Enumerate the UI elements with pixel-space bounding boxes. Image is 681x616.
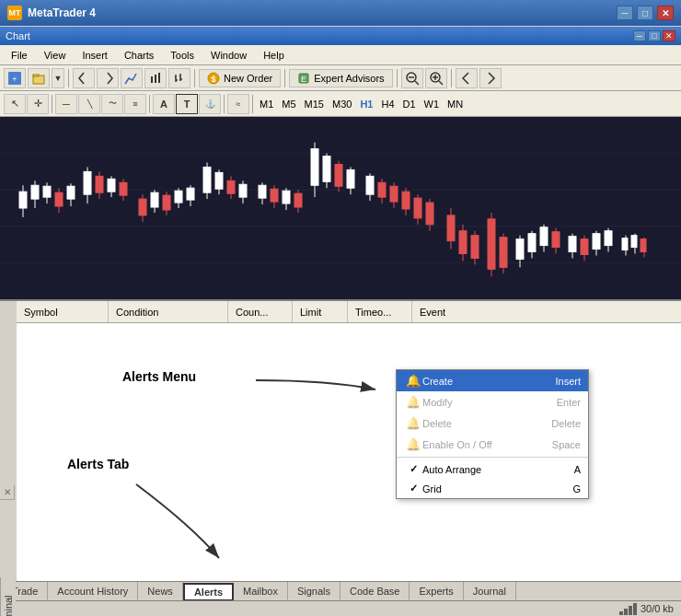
bar-1 <box>619 611 623 615</box>
tab-mailbox[interactable]: Mailbox <box>234 582 288 600</box>
close-button[interactable]: ✕ <box>657 6 674 20</box>
svg-rect-41 <box>96 176 103 192</box>
alerts-tab-label: Alerts Tab <box>67 457 129 471</box>
svg-rect-89 <box>414 198 421 218</box>
context-menu-auto-arrange[interactable]: ✓ Auto Arrange A <box>397 459 588 479</box>
menu-view[interactable]: View <box>37 48 74 63</box>
toolbar-back[interactable] <box>73 68 95 88</box>
timeframe-m5[interactable]: M5 <box>278 99 299 110</box>
toolbar-scroll-right[interactable] <box>479 68 502 88</box>
inner-maximize[interactable]: □ <box>648 30 661 41</box>
toolbar-chart-type[interactable] <box>144 68 167 88</box>
col-count: Coun... <box>228 301 293 322</box>
auto-arrange-shortcut: A <box>574 464 581 475</box>
toolbar-new-chart[interactable]: + <box>4 68 26 88</box>
context-menu-modify: 🔔 Modify Enter <box>397 391 588 413</box>
menu-help[interactable]: Help <box>256 48 292 63</box>
svg-rect-97 <box>471 236 479 259</box>
svg-text:$: $ <box>211 75 215 84</box>
terminal-body[interactable]: Alerts Menu 🔔 Create <box>17 323 681 581</box>
svg-rect-91 <box>426 203 433 225</box>
menu-tools[interactable]: Tools <box>163 48 202 63</box>
status-bar: 30/0 kb <box>0 600 681 616</box>
menu-insert[interactable]: Insert <box>75 48 115 63</box>
terminal-columns: Symbol Condition Coun... Limit Timeo... … <box>17 301 681 323</box>
timeframe-w1[interactable]: W1 <box>421 99 444 110</box>
app-icon: MT <box>7 6 22 20</box>
tool-fibonacci[interactable]: ≈ <box>227 94 249 114</box>
menu-charts[interactable]: Charts <box>117 48 161 63</box>
chart-area[interactable] <box>0 117 681 301</box>
svg-rect-121 <box>631 236 637 248</box>
svg-text:E: E <box>301 75 306 84</box>
toolbar: + ▼ $ New Order E Expert Advisors <box>0 65 681 91</box>
inner-controls: ─ □ ✕ <box>633 30 675 41</box>
toolbar-sep-2 <box>194 69 195 87</box>
svg-rect-71 <box>294 193 302 207</box>
svg-line-18 <box>415 81 419 85</box>
expert-advisors-label: Expert Advisors <box>314 73 384 84</box>
svg-rect-69 <box>283 191 290 203</box>
timeframe-d1[interactable]: D1 <box>399 99 420 110</box>
toolbar-zoom-in[interactable] <box>425 68 447 88</box>
toolbar-indicators[interactable] <box>121 68 143 88</box>
svg-rect-79 <box>347 169 354 188</box>
grid-check: ✓ <box>404 482 422 494</box>
svg-rect-105 <box>528 234 536 252</box>
timeframe-h1[interactable]: H1 <box>356 99 376 110</box>
inner-close[interactable]: ✕ <box>663 30 675 41</box>
tool-zigzag[interactable]: 〜 <box>101 94 123 114</box>
tool-hline[interactable]: ─ <box>55 94 77 114</box>
toolbar-forward[interactable] <box>97 68 119 88</box>
menu-file[interactable]: File <box>4 48 35 63</box>
tab-account-history[interactable]: Account History <box>48 582 138 600</box>
menu-window[interactable]: Window <box>203 48 254 63</box>
timeframe-m1[interactable]: M1 <box>256 99 277 110</box>
timeframe-m15[interactable]: M15 <box>301 99 328 110</box>
toolbar-bar-chart[interactable] <box>168 68 190 88</box>
svg-line-21 <box>439 81 443 85</box>
toolbar-zoom-out[interactable] <box>401 68 423 88</box>
toolbar-open[interactable] <box>28 68 50 88</box>
svg-rect-47 <box>139 199 146 215</box>
tool-channel[interactable]: ≡ <box>124 94 146 114</box>
tool-arrow[interactable]: ↖ <box>4 94 26 114</box>
toolbar-dropdown[interactable]: ▼ <box>52 68 64 88</box>
enable-label: Enable On / Off <box>422 439 552 450</box>
create-shortcut: Insert <box>555 376 581 387</box>
svg-rect-123 <box>641 239 646 252</box>
tool-trendline[interactable]: ╲ <box>78 94 100 114</box>
svg-rect-5 <box>155 75 156 83</box>
tab-journal[interactable]: Journal <box>464 582 516 600</box>
context-menu-grid[interactable]: ✓ Grid G <box>397 479 588 498</box>
context-menu-create[interactable]: 🔔 Create Insert <box>397 370 588 391</box>
inner-minimize[interactable]: ─ <box>633 30 646 41</box>
svg-rect-111 <box>569 237 576 252</box>
tool-crosshair[interactable]: ✛ <box>27 94 49 114</box>
toolbar-sep-1 <box>68 69 69 87</box>
timeframe-m30[interactable]: M30 <box>329 99 355 110</box>
timeframe-h4[interactable]: H4 <box>377 99 398 110</box>
tab-code-base[interactable]: Code Base <box>340 582 410 600</box>
terminal-x-button[interactable]: ✕ <box>0 485 15 500</box>
timeframe-mn[interactable]: MN <box>444 99 467 110</box>
tool-anchor[interactable]: ⚓ <box>199 94 221 114</box>
tool-text-A[interactable]: A <box>153 94 175 114</box>
svg-rect-37 <box>67 186 75 199</box>
svg-rect-101 <box>500 238 507 268</box>
tab-experts[interactable]: Experts <box>410 582 463 600</box>
svg-rect-115 <box>593 234 600 250</box>
toolbar-scroll-left[interactable] <box>456 68 478 88</box>
expert-advisors-button[interactable]: E Expert Advisors <box>289 69 392 87</box>
tab-news[interactable]: News <box>138 582 183 600</box>
tool-text-T[interactable]: T <box>176 94 198 114</box>
tab-alerts[interactable]: Alerts <box>183 583 234 601</box>
svg-rect-119 <box>622 238 628 250</box>
svg-rect-57 <box>203 167 211 192</box>
new-order-button[interactable]: $ New Order <box>199 69 281 87</box>
maximize-button[interactable]: □ <box>637 6 653 20</box>
svg-rect-87 <box>402 192 410 209</box>
minimize-button[interactable]: ─ <box>617 6 633 20</box>
tab-signals[interactable]: Signals <box>288 582 340 600</box>
bar-3 <box>629 606 632 615</box>
